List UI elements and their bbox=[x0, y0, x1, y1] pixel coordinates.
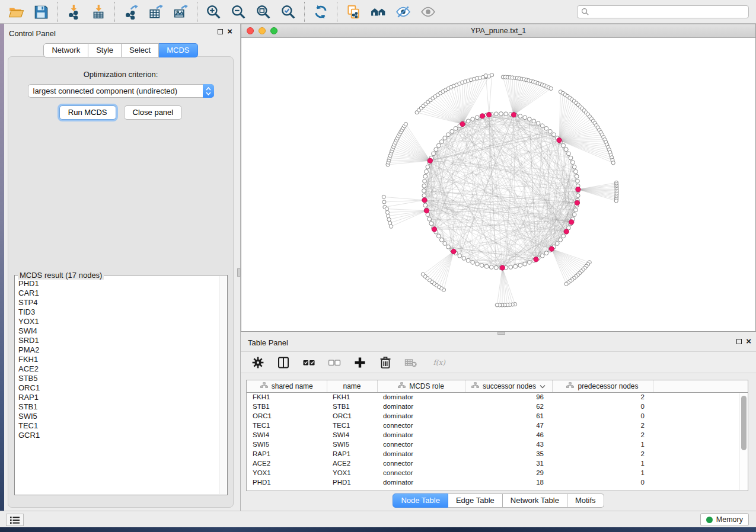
network-node[interactable] bbox=[549, 86, 553, 90]
column-header-shared-name[interactable]: shared name bbox=[247, 380, 327, 392]
table-cell[interactable]: RAP1 bbox=[247, 449, 327, 459]
show-all-icon[interactable] bbox=[420, 4, 436, 20]
table-cell[interactable]: connector bbox=[377, 468, 465, 477]
network-node[interactable] bbox=[387, 217, 391, 221]
zoom-in-icon[interactable] bbox=[205, 4, 222, 20]
mcds-dominator-node[interactable] bbox=[428, 158, 432, 163]
table-cell[interactable]: 2 bbox=[552, 392, 653, 402]
network-node[interactable] bbox=[422, 194, 426, 198]
network-node[interactable] bbox=[494, 112, 498, 116]
network-node[interactable] bbox=[436, 143, 441, 148]
table-cell[interactable]: 35 bbox=[465, 449, 552, 459]
network-node[interactable] bbox=[490, 73, 494, 77]
table-row[interactable]: YOX1YOX1connector291 bbox=[247, 468, 748, 477]
network-node[interactable] bbox=[576, 194, 580, 198]
network-node[interactable] bbox=[562, 143, 566, 148]
network-node[interactable] bbox=[540, 124, 544, 128]
mcds-dominator-node[interactable] bbox=[500, 265, 505, 270]
network-node[interactable] bbox=[385, 207, 388, 210]
network-node[interactable] bbox=[564, 148, 568, 152]
mcds-result-item[interactable]: TID3 bbox=[18, 307, 219, 317]
network-node[interactable] bbox=[559, 238, 563, 242]
network-node[interactable] bbox=[422, 189, 426, 193]
network-node[interactable] bbox=[484, 264, 489, 268]
table-cell[interactable]: 96 bbox=[465, 392, 552, 402]
network-node[interactable] bbox=[446, 133, 451, 137]
table-cell[interactable]: dominator bbox=[377, 411, 465, 421]
tab-edge-table[interactable]: Edge Table bbox=[448, 493, 503, 508]
network-node[interactable] bbox=[614, 199, 618, 203]
table-cell[interactable]: 1 bbox=[552, 440, 653, 449]
network-node[interactable] bbox=[494, 265, 498, 270]
mcds-result-list[interactable]: PHD1CAR1STP4TID3YOX1SWI4SRD1PMA2FKH1ACE2… bbox=[18, 279, 219, 493]
table-row[interactable]: SWI5SWI5connector431 bbox=[247, 440, 748, 449]
mcds-result-item[interactable]: STP4 bbox=[18, 298, 219, 307]
network-node[interactable] bbox=[567, 152, 571, 156]
network-node[interactable] bbox=[471, 260, 475, 264]
mcds-dominator-node[interactable] bbox=[569, 220, 574, 225]
close-window-icon[interactable] bbox=[247, 27, 254, 34]
table-cell[interactable]: PHD1 bbox=[327, 477, 377, 487]
open-icon[interactable] bbox=[8, 4, 24, 20]
table-cell[interactable]: 62 bbox=[465, 402, 552, 411]
mcds-result-item[interactable]: CAR1 bbox=[18, 289, 219, 298]
deselect-all-icon[interactable] bbox=[327, 355, 342, 370]
mcds-result-item[interactable]: STB1 bbox=[18, 402, 219, 412]
mcds-result-item[interactable]: PMA2 bbox=[18, 345, 219, 355]
network-node[interactable] bbox=[428, 217, 432, 221]
table-cell[interactable]: 46 bbox=[465, 430, 552, 440]
table-cell[interactable]: 31 bbox=[465, 459, 552, 468]
table-cell[interactable]: PHD1 bbox=[247, 477, 327, 487]
tab-motifs[interactable]: Motifs bbox=[567, 493, 604, 508]
table-cell[interactable]: dominator bbox=[377, 392, 465, 402]
table-row[interactable]: SWI4SWI4dominator462 bbox=[247, 430, 748, 440]
table-row[interactable]: FKH1FKH1dominator962 bbox=[247, 392, 748, 402]
table-cell[interactable]: 2 bbox=[552, 421, 653, 430]
trash-icon[interactable] bbox=[378, 355, 393, 370]
network-node[interactable] bbox=[480, 264, 484, 268]
mcds-dominator-node[interactable] bbox=[480, 114, 484, 118]
mcds-dominator-node[interactable] bbox=[486, 112, 491, 117]
table-cell[interactable]: ACE2 bbox=[247, 459, 327, 468]
table-cell[interactable]: dominator bbox=[377, 449, 465, 459]
network-node[interactable] bbox=[443, 242, 447, 246]
table-cell[interactable]: 43 bbox=[465, 440, 552, 449]
export-table-icon[interactable] bbox=[148, 4, 164, 20]
table-cell[interactable]: STB1 bbox=[247, 402, 327, 411]
import-network-icon[interactable] bbox=[65, 4, 82, 20]
hide-selected-icon[interactable] bbox=[395, 4, 412, 20]
network-node[interactable] bbox=[576, 179, 580, 183]
table-cell[interactable]: SWI4 bbox=[327, 430, 377, 440]
table-cell[interactable]: 1 bbox=[552, 468, 653, 477]
tab-node-table[interactable]: Node Table bbox=[393, 493, 448, 508]
network-node[interactable] bbox=[466, 119, 470, 123]
table-cell[interactable]: SWI4 bbox=[247, 430, 327, 440]
network-node[interactable] bbox=[572, 165, 576, 169]
column-header-name[interactable]: name bbox=[327, 380, 377, 392]
task-history-button[interactable] bbox=[6, 514, 24, 526]
network-node[interactable] bbox=[423, 174, 428, 178]
network-node[interactable] bbox=[466, 258, 470, 262]
network-node[interactable] bbox=[499, 112, 503, 116]
network-node[interactable] bbox=[523, 116, 527, 120]
import-table-icon[interactable] bbox=[90, 4, 107, 20]
network-node[interactable] bbox=[527, 117, 531, 121]
table-cell[interactable]: FKH1 bbox=[247, 392, 327, 402]
table-cell[interactable]: dominator bbox=[377, 430, 465, 440]
table-cell[interactable]: dominator bbox=[377, 477, 465, 487]
network-node[interactable] bbox=[555, 242, 559, 246]
network-node[interactable] bbox=[475, 262, 479, 266]
table-cell[interactable]: 47 bbox=[465, 421, 552, 430]
mcds-result-item[interactable]: SRD1 bbox=[18, 336, 219, 345]
new-network-from-selection-icon[interactable] bbox=[370, 4, 387, 20]
mcds-dominator-node[interactable] bbox=[460, 121, 465, 126]
mcds-result-item[interactable]: GCR1 bbox=[18, 431, 219, 440]
table-row[interactable]: PHD1PHD1dominator180 bbox=[247, 477, 748, 487]
table-cell[interactable]: dominator bbox=[377, 402, 465, 411]
table-row[interactable]: TEC1TEC1connector472 bbox=[247, 421, 748, 430]
tab-mcds[interactable]: MCDS bbox=[159, 43, 197, 57]
criterion-dropdown[interactable]: largest connected component (undirected) bbox=[28, 84, 214, 98]
table-cell[interactable]: ORC1 bbox=[247, 411, 327, 421]
network-node[interactable] bbox=[523, 262, 527, 266]
table-cell[interactable]: 2 bbox=[552, 430, 653, 440]
